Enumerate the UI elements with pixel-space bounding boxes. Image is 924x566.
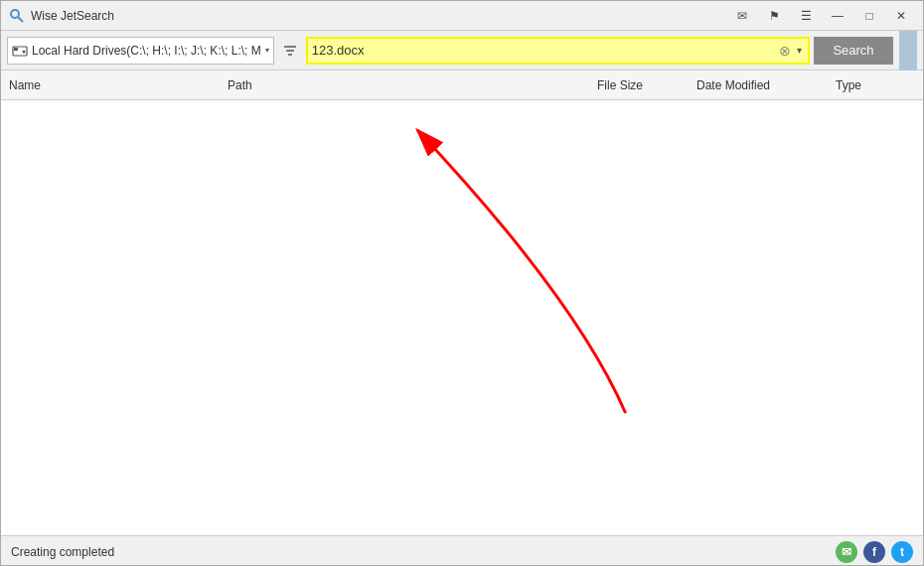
minimize-btn[interactable]: — — [824, 5, 851, 27]
menu-titlebar-btn[interactable]: ☰ — [792, 5, 820, 27]
filter-icon — [282, 43, 298, 59]
svg-rect-3 — [14, 48, 18, 51]
email-titlebar-btn[interactable]: ✉ — [728, 5, 756, 27]
side-panel-btn[interactable] — [899, 31, 917, 71]
clear-search-btn[interactable]: ⊗ — [777, 44, 793, 58]
col-header-size: File Size — [597, 78, 696, 92]
titlebar-controls: ✉ ⚑ ☰ — □ ✕ — [728, 5, 915, 27]
flag-titlebar-btn[interactable]: ⚑ — [760, 5, 788, 27]
col-header-date: Date Modified — [696, 78, 836, 92]
app-title: Wise JetSearch — [31, 9, 114, 23]
filter-btn[interactable] — [278, 37, 302, 65]
search-clear-area: ⊗ ▾ — [777, 44, 804, 58]
svg-line-1 — [18, 17, 23, 22]
status-text: Creating completed — [11, 545, 114, 559]
social-icons: ✉ f t — [836, 541, 913, 563]
maximize-btn[interactable]: □ — [855, 5, 883, 27]
drive-selector-text: Local Hard Drives(C:\; H:\; I:\; J:\; K:… — [32, 44, 261, 58]
titlebar: Wise JetSearch ✉ ⚑ ☰ — □ ✕ — [1, 1, 923, 31]
col-header-type: Type — [836, 78, 915, 92]
annotation-arrow — [1, 100, 923, 535]
search-button[interactable]: Search — [814, 37, 893, 65]
search-history-btn[interactable]: ▾ — [795, 45, 804, 56]
app-icon — [9, 8, 25, 24]
search-input[interactable] — [312, 43, 777, 58]
svg-point-4 — [23, 50, 26, 53]
toolbar: Local Hard Drives(C:\; H:\; I:\; J:\; K:… — [1, 31, 923, 71]
col-header-path: Path — [228, 78, 597, 92]
close-btn[interactable]: ✕ — [887, 5, 915, 27]
table-header: Name Path File Size Date Modified Type — [1, 71, 923, 100]
search-input-wrap: ⊗ ▾ — [306, 37, 810, 65]
email-icon[interactable]: ✉ — [836, 541, 857, 563]
titlebar-left: Wise JetSearch — [9, 8, 114, 24]
main-content — [1, 100, 923, 535]
drive-selector[interactable]: Local Hard Drives(C:\; H:\; I:\; J:\; K:… — [7, 37, 274, 65]
drive-icon — [12, 43, 28, 59]
svg-point-0 — [11, 10, 19, 18]
facebook-icon[interactable]: f — [863, 541, 885, 563]
drive-dropdown-arrow-icon: ▾ — [265, 46, 269, 55]
col-header-name: Name — [9, 78, 228, 92]
twitter-icon[interactable]: t — [891, 541, 913, 563]
statusbar: Creating completed ✉ f t — [1, 535, 923, 566]
